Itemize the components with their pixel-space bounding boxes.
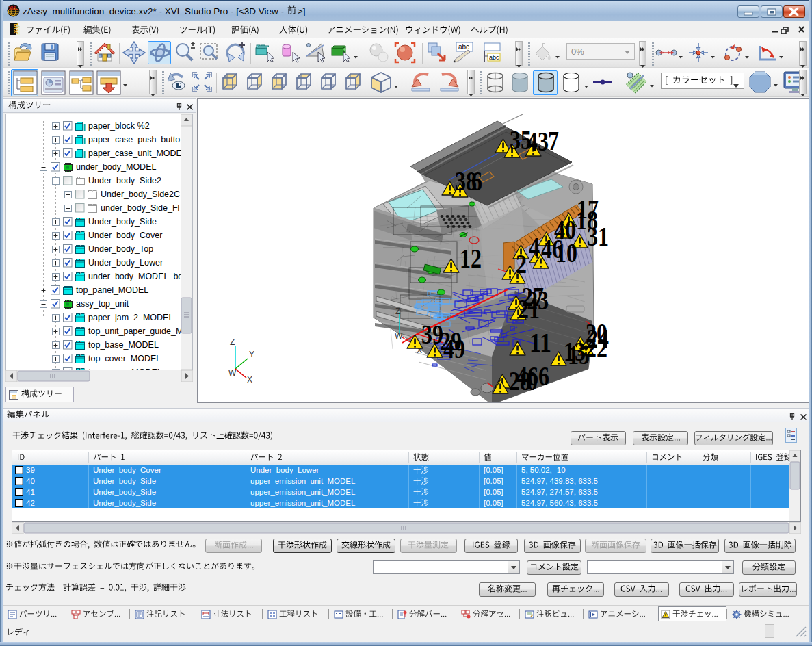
- svg-text:abc: abc: [489, 54, 499, 61]
- svg-text:W: W: [395, 331, 403, 341]
- svg-text:Z: Z: [230, 337, 235, 347]
- svg-text:abc: abc: [458, 43, 469, 51]
- svg-text:XVL: XVL: [9, 5, 18, 10]
- svg-text:2: 2: [516, 249, 527, 279]
- svg-text:7: 7: [548, 126, 559, 155]
- svg-text:23: 23: [527, 285, 549, 315]
- svg-text:Z: Z: [395, 307, 400, 316]
- svg-text:XVL: XVL: [12, 23, 19, 34]
- svg-text:W: W: [228, 368, 237, 378]
- svg-text:10: 10: [555, 238, 577, 268]
- svg-text:43: 43: [527, 127, 549, 156]
- svg-text:31: 31: [587, 222, 609, 251]
- svg-text:0: 0: [527, 366, 538, 396]
- svg-text:6: 6: [538, 361, 549, 391]
- svg-text:Y: Y: [249, 350, 254, 359]
- svg-text:X: X: [247, 375, 252, 385]
- svg-text:11: 11: [529, 328, 551, 357]
- svg-text:12: 12: [460, 244, 482, 273]
- svg-text:6: 6: [471, 166, 482, 196]
- svg-text:4: 4: [529, 232, 540, 261]
- svg-text:49: 49: [443, 334, 465, 363]
- svg-text:15: 15: [568, 340, 590, 370]
